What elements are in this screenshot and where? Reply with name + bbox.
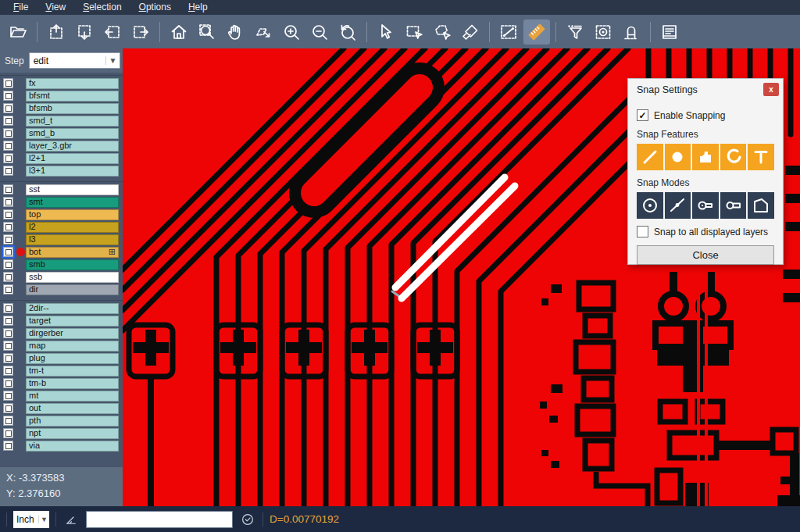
layer-item-sst[interactable]: sst (26, 184, 119, 195)
layer-item-plug[interactable]: plug (26, 353, 119, 364)
layer-item-ssb[interactable]: ssb (26, 272, 119, 283)
layer-item-dirgerber[interactable]: dirgerber (26, 328, 119, 339)
layer-visibility-checkbox[interactable] (3, 328, 13, 338)
layer-item-l2[interactable]: l2 (26, 222, 119, 233)
layer-item-smd_b[interactable]: smd_b (26, 128, 119, 139)
layer-item-l2+1[interactable]: l2+1 (26, 153, 119, 164)
enable-snapping-checkbox[interactable]: ✓ (637, 109, 648, 121)
select-poly-button[interactable] (429, 20, 455, 45)
snap-center-button[interactable] (637, 192, 663, 219)
filter-button[interactable] (562, 20, 588, 45)
layer-item-l3[interactable]: l3 (26, 234, 119, 245)
layer-visibility-checkbox[interactable] (3, 259, 13, 270)
layer-visibility-checkbox[interactable] (3, 303, 13, 313)
layer-visibility-checkbox[interactable] (3, 103, 13, 113)
layer-item-tm-b[interactable]: tm-b (26, 378, 119, 389)
layer-visibility-checkbox[interactable] (3, 272, 13, 282)
snap-surface-button[interactable] (692, 144, 719, 170)
pan-left-button[interactable] (99, 20, 126, 45)
pan-right-button[interactable] (127, 20, 154, 45)
measure-line-button[interactable] (495, 20, 522, 45)
snap-contour-slot-button[interactable] (692, 192, 719, 219)
layer-visibility-checkbox[interactable] (3, 341, 13, 351)
layer-item-2dir--[interactable]: 2dir-- (26, 303, 119, 314)
layer-visibility-checkbox[interactable] (3, 403, 13, 413)
snap-pad-button[interactable] (665, 144, 691, 170)
home-button[interactable] (166, 20, 192, 45)
pan-hand-button[interactable] (222, 20, 248, 45)
layer-item-bfsmb[interactable]: bfsmb (26, 103, 119, 114)
snap-arc-button[interactable] (720, 144, 747, 170)
pan-down-button[interactable] (71, 20, 98, 45)
layer-visibility-checkbox[interactable] (3, 78, 13, 88)
layer-visibility-checkbox[interactable] (3, 184, 13, 195)
snap-text-button[interactable] (748, 144, 774, 170)
layer-visibility-checkbox[interactable] (3, 197, 13, 207)
pan-up-button[interactable] (43, 20, 70, 45)
close-button[interactable]: Close (637, 245, 774, 265)
layer-item-smb[interactable]: smb (26, 259, 119, 270)
layer-visibility-checkbox[interactable] (3, 91, 13, 101)
layer-item-target[interactable]: target (26, 316, 119, 327)
menu-item-file[interactable]: File (5, 0, 37, 15)
layer-item-npt[interactable]: npt (26, 428, 119, 439)
menu-item-view[interactable]: View (37, 0, 74, 15)
snap-magnet-button[interactable] (618, 20, 645, 45)
close-icon[interactable]: x (763, 83, 779, 96)
layer-item-layer_3.gbr[interactable]: layer_3.gbr (26, 141, 119, 152)
command-input[interactable] (86, 511, 233, 528)
layer-visibility-checkbox[interactable] (3, 141, 13, 151)
report-button[interactable] (656, 20, 683, 45)
snap-outline-button[interactable] (748, 192, 774, 219)
layer-visibility-checkbox[interactable] (3, 391, 13, 401)
apply-check-icon[interactable] (239, 511, 256, 528)
zoom-window-button[interactable] (194, 20, 220, 45)
view-options-button[interactable] (590, 20, 616, 45)
layer-visibility-checkbox[interactable] (3, 353, 13, 363)
layer-visibility-checkbox[interactable] (3, 166, 13, 176)
layer-item-bfsmt[interactable]: bfsmt (26, 91, 119, 102)
layer-visibility-checkbox[interactable] (3, 441, 13, 451)
layer-item-top[interactable]: top (26, 209, 119, 220)
grid-icon[interactable]: ⊞ (109, 247, 116, 257)
layer-visibility-checkbox[interactable] (3, 366, 13, 376)
layer-item-dir[interactable]: dir (26, 284, 119, 295)
layer-visibility-checkbox[interactable] (3, 284, 13, 295)
layer-visibility-checkbox[interactable] (3, 209, 13, 220)
layer-item-bot[interactable]: bot⊞ (26, 247, 119, 258)
layer-item-l3+1[interactable]: l3+1 (26, 166, 119, 177)
layer-visibility-checkbox[interactable] (3, 378, 13, 388)
view-move-button[interactable] (250, 20, 277, 45)
zoom-out-button[interactable] (306, 20, 333, 45)
open-button[interactable] (5, 20, 31, 45)
measure-ruler-button[interactable] (523, 20, 550, 45)
clear-brush-button[interactable] (457, 20, 484, 45)
snap-all-layers-checkbox[interactable] (637, 226, 648, 237)
layer-item-via[interactable]: via (26, 441, 119, 452)
layer-visibility-checkbox[interactable] (3, 316, 13, 326)
snap-contour-open-button[interactable] (720, 192, 747, 219)
dialog-title-bar[interactable]: Snap Settings x (628, 79, 783, 100)
layer-item-mt[interactable]: mt (26, 391, 119, 402)
menu-item-selection[interactable]: Selection (74, 0, 130, 15)
layer-visibility-checkbox[interactable] (3, 247, 13, 257)
zoom-previous-button[interactable] (334, 20, 361, 45)
select-button[interactable] (373, 20, 399, 45)
unit-dropdown[interactable]: Inch ▼ (13, 511, 49, 528)
layer-visibility-checkbox[interactable] (3, 116, 13, 126)
layer-item-tm-t[interactable]: tm-t (26, 366, 119, 377)
layer-item-fx[interactable]: fx (26, 78, 119, 89)
select-rect-button[interactable] (401, 20, 427, 45)
zoom-in-button[interactable] (278, 20, 305, 45)
snap-line-button[interactable] (637, 144, 663, 170)
menu-item-options[interactable]: Options (130, 0, 180, 15)
layer-item-smt[interactable]: smt (26, 197, 119, 208)
layer-item-pth[interactable]: pth (26, 416, 119, 427)
step-dropdown[interactable]: edit ▼ (29, 52, 120, 69)
layer-item-map[interactable]: map (26, 341, 119, 352)
layer-item-smd_t[interactable]: smd_t (26, 116, 119, 127)
layer-visibility-checkbox[interactable] (3, 428, 13, 438)
snap-midpoint-button[interactable] (665, 192, 691, 219)
layer-visibility-checkbox[interactable] (3, 416, 13, 426)
layer-visibility-checkbox[interactable] (3, 222, 13, 232)
